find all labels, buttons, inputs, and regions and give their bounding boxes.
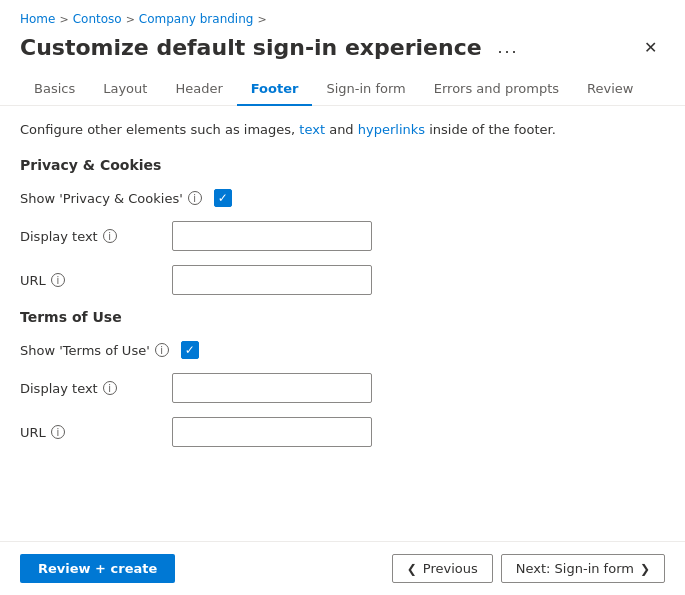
tab-footer[interactable]: Footer — [237, 73, 313, 106]
breadcrumb-sep-3: > — [257, 13, 266, 26]
breadcrumb: Home > Contoso > Company branding > — [0, 0, 685, 30]
privacy-display-text-row: Display text i — [20, 221, 665, 251]
info-text: Configure other elements such as images,… — [20, 122, 665, 137]
tab-errors-prompts[interactable]: Errors and prompts — [420, 73, 573, 106]
privacy-url-label: URL i — [20, 273, 160, 288]
info-text-link-hyperlinks[interactable]: hyperlinks — [358, 122, 425, 137]
terms-url-input[interactable] — [172, 417, 372, 447]
privacy-url-row: URL i — [20, 265, 665, 295]
previous-button[interactable]: ❮ Previous — [392, 554, 493, 583]
privacy-show-label: Show 'Privacy & Cookies' i — [20, 191, 202, 206]
terms-show-label: Show 'Terms of Use' i — [20, 343, 169, 358]
terms-section: Terms of Use Show 'Terms of Use' i ✓ Dis… — [20, 309, 665, 447]
tab-signin-form[interactable]: Sign-in form — [312, 73, 419, 106]
breadcrumb-contoso[interactable]: Contoso — [73, 12, 122, 26]
terms-url-info-icon[interactable]: i — [51, 425, 65, 439]
terms-display-text-row: Display text i — [20, 373, 665, 403]
breadcrumb-sep-1: > — [59, 13, 68, 26]
terms-url-row: URL i — [20, 417, 665, 447]
privacy-display-text-input[interactable] — [172, 221, 372, 251]
info-text-link-text[interactable]: text — [299, 122, 325, 137]
privacy-show-check-mark: ✓ — [218, 192, 228, 204]
breadcrumb-sep-2: > — [126, 13, 135, 26]
chevron-left-icon: ❮ — [407, 562, 417, 576]
privacy-display-text-label: Display text i — [20, 229, 160, 244]
privacy-url-input[interactable] — [172, 265, 372, 295]
privacy-show-checkbox[interactable]: ✓ — [214, 189, 232, 207]
chevron-right-icon: ❯ — [640, 562, 650, 576]
previous-label: Previous — [423, 561, 478, 576]
footer-bar: Review + create ❮ Previous Next: Sign-in… — [0, 541, 685, 595]
content-area: Configure other elements such as images,… — [0, 106, 685, 541]
breadcrumb-home[interactable]: Home — [20, 12, 55, 26]
next-label: Next: Sign-in form — [516, 561, 634, 576]
terms-show-row: Show 'Terms of Use' i ✓ — [20, 341, 665, 359]
review-create-button[interactable]: Review + create — [20, 554, 175, 583]
privacy-section: Privacy & Cookies Show 'Privacy & Cookie… — [20, 157, 665, 295]
tabs-bar: Basics Layout Header Footer Sign-in form… — [0, 73, 685, 106]
privacy-show-checkbox-wrapper: ✓ — [214, 189, 232, 207]
terms-display-text-label: Display text i — [20, 381, 160, 396]
page-title: Customize default sign-in experience — [20, 35, 482, 60]
privacy-show-row: Show 'Privacy & Cookies' i ✓ — [20, 189, 665, 207]
terms-show-check-mark: ✓ — [185, 344, 195, 356]
tab-basics[interactable]: Basics — [20, 73, 89, 106]
terms-show-info-icon[interactable]: i — [155, 343, 169, 357]
terms-show-checkbox[interactable]: ✓ — [181, 341, 199, 359]
privacy-display-text-info-icon[interactable]: i — [103, 229, 117, 243]
close-button[interactable]: ✕ — [636, 34, 665, 61]
next-button[interactable]: Next: Sign-in form ❯ — [501, 554, 665, 583]
privacy-show-info-icon[interactable]: i — [188, 191, 202, 205]
ellipsis-button[interactable]: ... — [492, 35, 525, 60]
page-wrapper: Home > Contoso > Company branding > Cust… — [0, 0, 685, 595]
terms-display-text-info-icon[interactable]: i — [103, 381, 117, 395]
header-row: Customize default sign-in experience ...… — [0, 30, 685, 73]
terms-show-checkbox-wrapper: ✓ — [181, 341, 199, 359]
terms-display-text-input[interactable] — [172, 373, 372, 403]
tab-review[interactable]: Review — [573, 73, 647, 106]
privacy-section-title: Privacy & Cookies — [20, 157, 665, 173]
tab-header[interactable]: Header — [161, 73, 236, 106]
terms-section-title: Terms of Use — [20, 309, 665, 325]
breadcrumb-company-branding[interactable]: Company branding — [139, 12, 254, 26]
nav-buttons: ❮ Previous Next: Sign-in form ❯ — [392, 554, 665, 583]
tab-layout[interactable]: Layout — [89, 73, 161, 106]
privacy-url-info-icon[interactable]: i — [51, 273, 65, 287]
terms-url-label: URL i — [20, 425, 160, 440]
